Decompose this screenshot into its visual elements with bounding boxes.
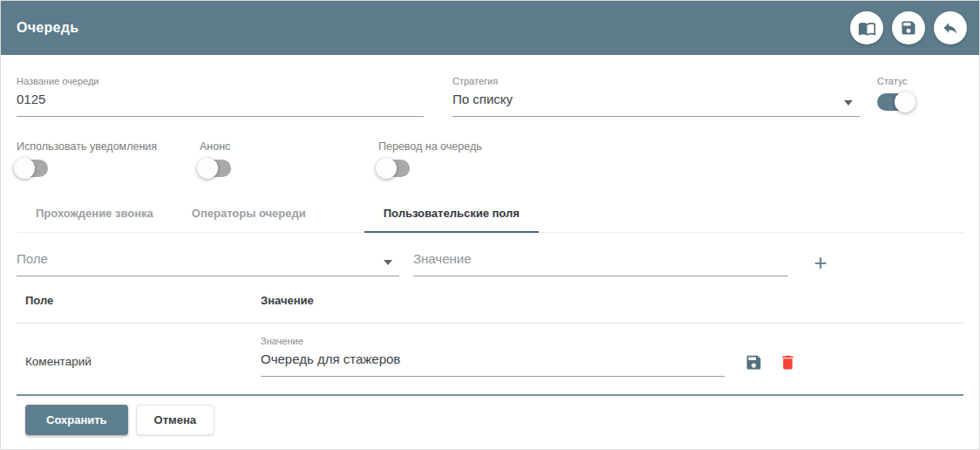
column-header-value: Значение — [261, 294, 314, 307]
dropdown-arrow-icon — [844, 100, 853, 106]
field-select[interactable]: Поле — [17, 251, 399, 276]
add-custom-field-row: Поле Значение + — [17, 251, 963, 277]
row-field-name: Коментарий — [25, 336, 261, 377]
top-field-row: Название очереди 0125 Стратегия По списк… — [17, 76, 963, 117]
queue-name-value: 0125 — [17, 92, 424, 107]
strategy-label: Стратегия — [453, 76, 860, 87]
strategy-value: По списку — [453, 92, 860, 107]
form-actions: Сохранить Отмена — [17, 405, 963, 435]
divider — [17, 394, 963, 396]
undo-icon — [942, 19, 959, 37]
announce-toggle[interactable] — [200, 160, 231, 177]
toggle-thumb — [376, 158, 397, 179]
header-actions — [850, 11, 967, 44]
notifications-toggle[interactable] — [17, 160, 48, 177]
save-icon — [745, 361, 763, 374]
status-label: Статус — [877, 76, 909, 87]
book-button[interactable] — [850, 11, 883, 44]
app-header: Очередь — [1, 1, 979, 55]
toggle-row: Использовать уведомления Анонс Перевод н… — [17, 140, 963, 177]
row-delete-button[interactable] — [779, 353, 797, 372]
row-value-cell: Значение Очередь для стажеров — [261, 336, 725, 377]
strategy-select[interactable]: Стратегия По списку — [453, 76, 860, 117]
toggle-thumb — [895, 92, 915, 112]
row-actions — [745, 336, 797, 377]
cancel-button[interactable]: Отмена — [136, 405, 214, 435]
trash-icon — [779, 361, 797, 374]
custom-fields-table: Поле Значение Коментарий Значение Очеред… — [17, 278, 963, 394]
queue-name-field[interactable]: Название очереди 0125 — [17, 76, 424, 117]
form-content: Название очереди 0125 Стратегия По списк… — [1, 76, 979, 435]
toggle-thumb — [14, 158, 35, 179]
value-input-placeholder: Значение — [413, 251, 788, 267]
table-header-row: Поле Значение — [17, 278, 963, 324]
tab-bar: Прохождение звонка Операторы очереди Пол… — [17, 194, 963, 233]
field-select-placeholder: Поле — [17, 251, 399, 267]
table-row: Коментарий Значение Очередь для стажеров — [17, 324, 963, 394]
queue-name-label: Название очереди — [17, 76, 424, 87]
transfer-toggle-group: Перевод на очередь — [378, 140, 482, 177]
tab-call-flow[interactable]: Прохождение звонка — [17, 194, 173, 232]
tab-custom-fields[interactable]: Пользовательские поля — [364, 194, 539, 232]
transfer-toggle[interactable] — [378, 160, 410, 177]
status-toggle[interactable] — [877, 93, 909, 111]
row-value-text: Очередь для стажеров — [261, 351, 725, 367]
toggle-thumb — [197, 158, 218, 179]
row-value-label: Значение — [261, 336, 725, 347]
dropdown-arrow-icon — [384, 260, 392, 265]
save-header-button[interactable] — [892, 11, 925, 44]
announce-toggle-label: Анонс — [200, 140, 378, 153]
announce-toggle-group: Анонс — [200, 140, 378, 177]
notifications-toggle-group: Использовать уведомления — [17, 140, 200, 177]
tab-queue-operators[interactable]: Операторы очереди — [173, 194, 325, 232]
notifications-toggle-label: Использовать уведомления — [17, 140, 200, 153]
status-block: Статус — [877, 76, 909, 117]
row-save-button[interactable] — [745, 353, 763, 372]
value-input[interactable]: Значение — [413, 251, 788, 276]
open-book-icon — [858, 19, 876, 38]
queue-form-page: Очередь Название очереди — [0, 0, 980, 450]
page-title: Очередь — [17, 20, 78, 36]
back-button[interactable] — [934, 11, 967, 44]
save-icon — [900, 19, 917, 37]
row-value-input[interactable]: Значение Очередь для стажеров — [261, 336, 725, 377]
add-field-button[interactable]: + — [806, 248, 835, 277]
transfer-toggle-label: Перевод на очередь — [378, 140, 482, 153]
column-header-field: Поле — [25, 294, 261, 307]
save-form-button[interactable]: Сохранить — [25, 405, 128, 435]
